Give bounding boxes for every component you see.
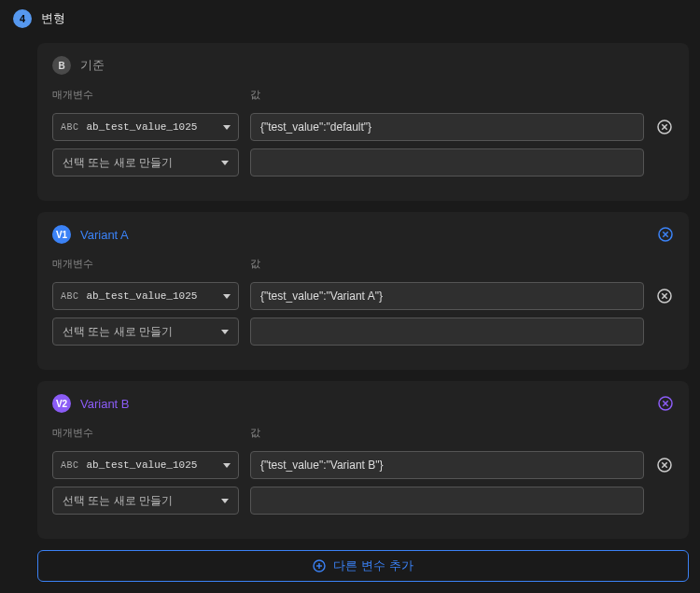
close-circle-icon xyxy=(657,120,672,134)
variant-badge: V2 xyxy=(52,394,71,413)
parameter-select-placeholder: 선택 또는 새로 만들기 xyxy=(63,324,173,340)
parameter-select[interactable]: ABC ab_test_value_1025 xyxy=(52,113,239,141)
parameter-select-placeholder: 선택 또는 새로 만들기 xyxy=(63,155,173,171)
value-column-label: 값 xyxy=(250,88,674,102)
parameter-name: ab_test_value_1025 xyxy=(87,290,198,302)
parameter-select[interactable]: ABC ab_test_value_1025 xyxy=(52,282,239,310)
value-input[interactable] xyxy=(250,113,644,141)
parameter-select-new[interactable]: 선택 또는 새로 만들기 xyxy=(52,148,239,176)
parameter-select-new[interactable]: 선택 또는 새로 만들기 xyxy=(52,318,239,346)
parameter-row: ABC ab_test_value_1025 xyxy=(52,451,674,479)
parameter-select[interactable]: ABC ab_test_value_1025 xyxy=(52,451,239,479)
parameter-row-empty: 선택 또는 새로 만들기 xyxy=(52,318,674,346)
delete-variant-button[interactable] xyxy=(657,226,674,243)
abc-type-icon: ABC xyxy=(61,122,79,133)
plus-circle-icon xyxy=(313,559,326,572)
close-circle-icon xyxy=(657,458,672,473)
value-input[interactable] xyxy=(250,282,644,310)
page-title: 변형 xyxy=(41,10,65,27)
close-circle-icon xyxy=(657,289,672,304)
chevron-down-icon xyxy=(221,161,229,165)
variant-name: 기준 xyxy=(80,57,105,74)
value-column-label: 값 xyxy=(250,426,674,440)
chevron-down-icon xyxy=(223,463,231,468)
chevron-down-icon xyxy=(223,125,231,130)
delete-row-button[interactable] xyxy=(655,118,674,136)
parameter-name: ab_test_value_1025 xyxy=(87,121,198,133)
variant-badge: V1 xyxy=(52,225,71,244)
parameter-row: ABC ab_test_value_1025 xyxy=(52,113,674,141)
variant-name: Variant A xyxy=(80,228,129,242)
close-circle-icon xyxy=(658,396,673,411)
value-input-empty[interactable] xyxy=(250,148,644,176)
parameter-column-label: 매개변수 xyxy=(52,426,239,440)
add-variant-button[interactable]: 다른 변수 추가 xyxy=(37,550,689,582)
chevron-down-icon xyxy=(223,294,231,299)
close-circle-icon xyxy=(658,227,673,242)
parameter-column-label: 매개변수 xyxy=(52,257,239,271)
abc-type-icon: ABC xyxy=(61,460,79,471)
parameter-row-empty: 선택 또는 새로 만들기 xyxy=(52,148,674,176)
delete-row-button[interactable] xyxy=(655,456,674,474)
parameter-name: ab_test_value_1025 xyxy=(87,459,198,471)
parameter-row-empty: 선택 또는 새로 만들기 xyxy=(52,487,674,515)
variant-card: V2 Variant B 매개변수 값 ABC ab_test_value_10… xyxy=(37,381,689,539)
parameter-select-placeholder: 선택 또는 새로 만들기 xyxy=(63,493,173,509)
chevron-down-icon xyxy=(221,499,229,503)
variant-name: Variant B xyxy=(80,397,130,411)
delete-row-button[interactable] xyxy=(655,287,674,305)
variant-card: B 기준 매개변수 값 ABC ab_test_value_1025 선택 또는… xyxy=(37,43,689,201)
delete-variant-button[interactable] xyxy=(657,395,674,412)
variant-card: V1 Variant A 매개변수 값 ABC ab_test_value_10… xyxy=(37,212,689,370)
value-input-empty[interactable] xyxy=(250,318,644,346)
parameter-row: ABC ab_test_value_1025 xyxy=(52,282,674,310)
add-variant-label: 다른 변수 추가 xyxy=(333,558,413,574)
value-input[interactable] xyxy=(250,451,644,479)
parameter-column-label: 매개변수 xyxy=(52,88,239,102)
chevron-down-icon xyxy=(221,330,229,334)
variant-badge: B xyxy=(52,56,71,75)
parameter-select-new[interactable]: 선택 또는 새로 만들기 xyxy=(52,487,239,515)
abc-type-icon: ABC xyxy=(61,291,79,302)
value-column-label: 값 xyxy=(250,257,674,271)
step-badge: 4 xyxy=(13,9,32,28)
value-input-empty[interactable] xyxy=(250,487,644,515)
